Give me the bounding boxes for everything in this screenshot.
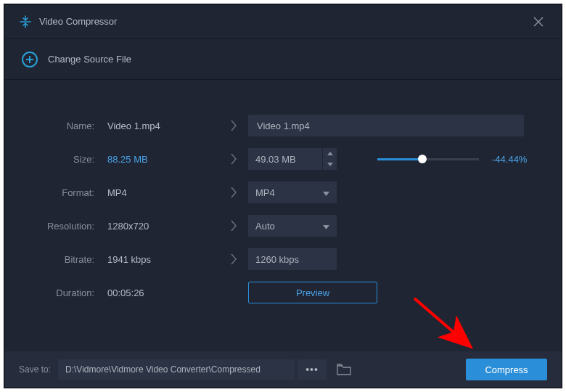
format-select-value: MP4 [255, 187, 275, 198]
change-source-label[interactable]: Change Source File [48, 54, 131, 65]
value-duration: 00:05:26 [103, 287, 219, 298]
bitrate-value: 1260 kbps [255, 254, 299, 265]
stepper-down[interactable] [323, 159, 337, 170]
size-slider[interactable] [377, 158, 479, 160]
label-size: Size: [30, 154, 103, 165]
label-resolution: Resolution: [30, 221, 103, 232]
value-resolution: 1280x720 [103, 221, 219, 232]
size-percent: -44.44% [492, 154, 527, 165]
save-path-text: D:\Vidmore\Vidmore Video Converter\Compr… [65, 364, 261, 375]
row-duration: Duration: 00:05:26 Preview [30, 276, 536, 309]
size-stepper-value: 49.03 MB [248, 148, 322, 170]
label-bitrate: Bitrate: [30, 254, 103, 265]
resolution-select[interactable]: Auto [248, 215, 337, 237]
format-select[interactable]: MP4 [248, 181, 337, 203]
label-duration: Duration: [30, 287, 103, 298]
value-format: MP4 [103, 187, 219, 198]
row-name: Name: Video 1.mp4 [30, 109, 536, 142]
size-slider-wrap: -44.44% [377, 154, 527, 165]
row-resolution: Resolution: 1280x720 Auto [30, 209, 536, 242]
bottombar: Save to: D:\Vidmore\Vidmore Video Conver… [4, 351, 562, 388]
name-input[interactable] [248, 115, 524, 136]
titlebar: Video Compressor [4, 4, 562, 39]
value-name: Video 1.mp4 [103, 121, 219, 131]
browse-button[interactable]: ••• [298, 359, 327, 380]
chevron-down-icon [323, 221, 329, 232]
content-area: Name: Video 1.mp4 Size: 88.25 MB 49.03 M… [4, 80, 562, 309]
bitrate-input[interactable]: 1260 kbps [248, 248, 337, 270]
window-title: Video Compressor [39, 16, 117, 27]
slider-fill [377, 158, 422, 160]
chevron-right-icon [219, 187, 248, 198]
chevron-right-icon [219, 120, 248, 131]
chevron-down-icon [323, 187, 329, 198]
change-source-row[interactable]: Change Source File [4, 39, 562, 80]
chevron-right-icon [219, 253, 248, 265]
save-path-select[interactable]: D:\Vidmore\Vidmore Video Converter\Compr… [58, 359, 295, 380]
chevron-right-icon [219, 153, 248, 165]
chevron-right-icon [219, 220, 248, 232]
label-format: Format: [30, 187, 103, 198]
plus-icon [26, 56, 33, 63]
open-folder-button[interactable] [334, 359, 354, 380]
stepper-up[interactable] [323, 148, 337, 159]
row-format: Format: MP4 MP4 [30, 176, 536, 209]
label-name: Name: [30, 121, 103, 131]
resolution-select-value: Auto [255, 221, 275, 232]
video-compressor-window: Video Compressor Change Source File Name… [4, 4, 562, 388]
size-stepper[interactable]: 49.03 MB [248, 148, 337, 170]
save-to-label: Save to: [19, 364, 51, 375]
row-bitrate: Bitrate: 1941 kbps 1260 kbps [30, 242, 536, 276]
folder-icon [337, 364, 351, 375]
compress-button[interactable]: Compress [466, 359, 547, 380]
close-icon [533, 17, 544, 27]
value-size: 88.25 MB [103, 154, 219, 165]
compress-icon [19, 15, 32, 28]
slider-thumb[interactable] [418, 155, 427, 163]
preview-button[interactable]: Preview [248, 282, 377, 303]
add-source-button[interactable] [22, 52, 38, 68]
value-bitrate: 1941 kbps [103, 254, 219, 265]
close-button[interactable] [530, 13, 547, 30]
row-size: Size: 88.25 MB 49.03 MB -44.44% [30, 142, 536, 176]
